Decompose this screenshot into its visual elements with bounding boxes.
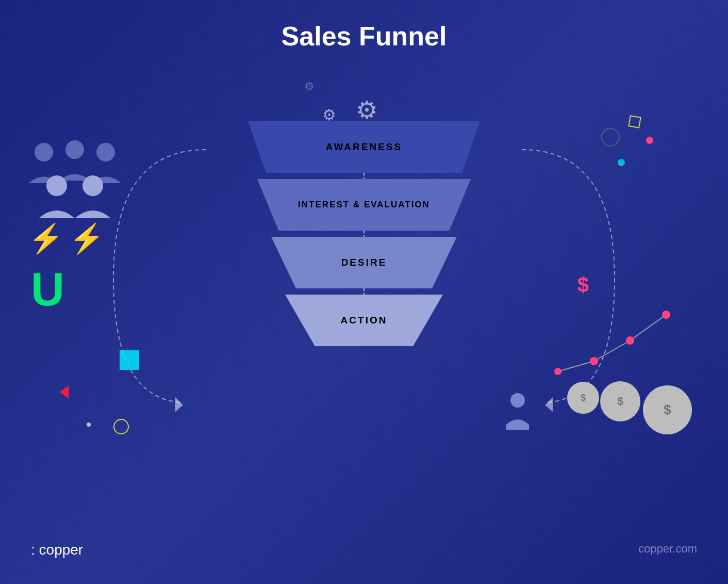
svg-marker-6 bbox=[545, 397, 553, 412]
circle-outline-yellow bbox=[113, 419, 129, 434]
gear-small-icon: ⚙ bbox=[304, 80, 315, 93]
copper-logo: : copper bbox=[31, 542, 83, 558]
square-green bbox=[120, 350, 139, 370]
action-label: ACTION bbox=[341, 315, 388, 326]
coin-large: $ bbox=[643, 385, 692, 434]
desire-label: DESIRE bbox=[341, 257, 387, 268]
svg-line-9 bbox=[594, 340, 630, 361]
lightning-icon-1: ⚡ bbox=[28, 222, 64, 255]
growth-chart bbox=[553, 289, 697, 392]
interest-label: INTEREST & EVALUATION bbox=[298, 200, 430, 210]
funnel-layer-interest: INTEREST & EVALUATION bbox=[235, 180, 493, 231]
funnel-layer-desire: DESIRE bbox=[235, 238, 493, 288]
dot-teal bbox=[618, 159, 625, 166]
svg-point-11 bbox=[554, 368, 561, 375]
lightning-icons: ⚡ ⚡ bbox=[28, 222, 105, 255]
svg-point-4 bbox=[82, 175, 103, 196]
funnel-layer-action: ACTION bbox=[235, 296, 493, 346]
page-title: Sales Funnel bbox=[282, 21, 447, 52]
separator-2 bbox=[363, 231, 365, 238]
gear-large-icon: ⚙ bbox=[356, 95, 378, 124]
triangle-red bbox=[59, 386, 69, 398]
dot-pink-top-right bbox=[646, 137, 653, 144]
svg-point-13 bbox=[626, 336, 634, 345]
copper-domain: copper.com bbox=[638, 542, 697, 556]
coin-medium: $ bbox=[600, 381, 640, 421]
circle-outline-teal bbox=[601, 128, 620, 147]
left-arrow-path bbox=[103, 144, 232, 413]
svg-point-3 bbox=[46, 175, 67, 196]
svg-line-10 bbox=[630, 315, 666, 340]
svg-marker-5 bbox=[175, 397, 183, 412]
funnel-layer-awareness: AWARENESS bbox=[235, 121, 493, 173]
svg-point-0 bbox=[35, 143, 53, 161]
separator-3 bbox=[363, 288, 365, 296]
square-outline-yellow bbox=[628, 115, 641, 128]
awareness-label: AWARENESS bbox=[326, 141, 402, 153]
person-icon-right bbox=[504, 391, 532, 432]
svg-line-8 bbox=[558, 361, 594, 371]
separator-1 bbox=[363, 173, 365, 180]
lightning-icon-2: ⚡ bbox=[69, 222, 105, 255]
svg-point-1 bbox=[65, 140, 84, 159]
coin-small: $ bbox=[567, 382, 599, 414]
svg-point-14 bbox=[662, 311, 670, 319]
dot-white-bottom-left bbox=[87, 423, 91, 427]
page: Sales Funnel ⚙ ⚙ ⚙ ⚡ ⚡ U bbox=[0, 0, 728, 584]
funnel: AWARENESS INTEREST & EVALUATION DESIRE A… bbox=[235, 121, 493, 346]
svg-point-7 bbox=[510, 393, 525, 408]
svg-point-12 bbox=[590, 357, 598, 365]
magnet-icon: U bbox=[31, 263, 64, 316]
